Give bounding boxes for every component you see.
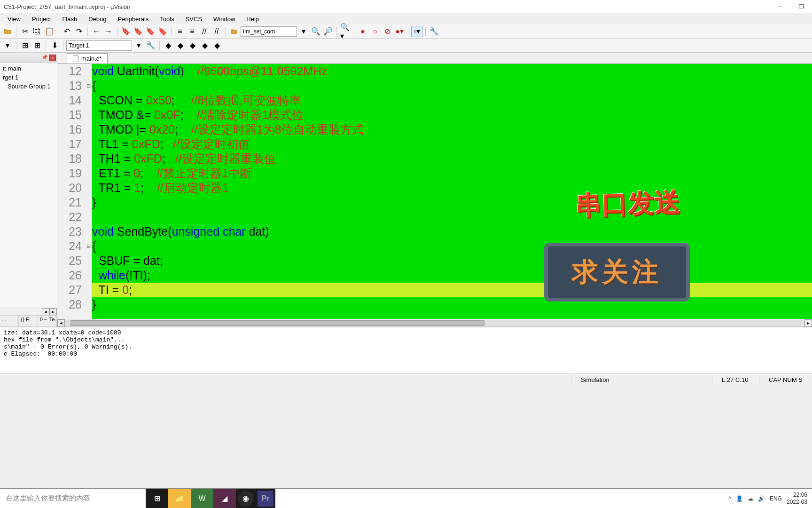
copy-icon[interactable]: ⿻ <box>31 26 43 37</box>
premiere-icon[interactable]: Pr <box>258 491 273 507</box>
overlay-badge: 求关注 <box>544 243 690 302</box>
scroll-track[interactable] <box>65 320 804 326</box>
scroll-right-icon[interactable]: ► <box>804 319 812 327</box>
separator <box>159 41 160 50</box>
code-editor[interactable]: 1213141516171819202122232425262728 ⊟⊟ vo… <box>57 64 812 319</box>
panel-tab-2[interactable]: 0→ Te... <box>38 316 57 326</box>
menu-tools[interactable]: Tools <box>154 15 180 24</box>
tray-clock[interactable]: 22:06 2022-03 <box>787 492 807 505</box>
download-icon[interactable]: ⬇ <box>49 40 60 51</box>
manage3-icon[interactable]: ◆ <box>187 40 198 51</box>
panel-header: 📌 × <box>0 53 57 63</box>
menu-svcs[interactable]: SVCS <box>180 15 208 24</box>
menu-project[interactable]: Project <box>26 15 56 24</box>
tray-up-icon[interactable]: ^ <box>728 495 731 502</box>
breakpoint-kill-icon[interactable]: ⊘ <box>382 26 393 37</box>
tray-ime[interactable]: ENG <box>770 495 782 502</box>
menubar: View Project Flash Debug Peripherals Too… <box>0 13 812 24</box>
panel-hscroll[interactable]: ◄ ► <box>0 308 57 315</box>
separator <box>58 27 58 36</box>
maximize-button[interactable]: ❐ <box>790 0 812 13</box>
tree-group[interactable]: Source Group 1 <box>1 82 56 91</box>
project-tree[interactable]: t: main rget 1 Source Group 1 <box>0 63 57 92</box>
folder-icon[interactable] <box>228 26 240 37</box>
file-tabs: main.c* <box>57 53 812 64</box>
search-combo[interactable] <box>241 26 297 37</box>
undo-icon[interactable]: ↶ <box>61 26 72 37</box>
outdent-icon[interactable]: ≡ <box>187 26 198 37</box>
separator <box>16 41 16 50</box>
windows-search[interactable]: 在这里输入你要搜索的内容 <box>0 489 146 508</box>
menu-window[interactable]: Window <box>208 15 241 24</box>
minimize-button[interactable]: ─ <box>769 0 790 13</box>
task-view-icon[interactable]: ⊞ <box>146 489 168 508</box>
scroll-right-icon[interactable]: ► <box>49 308 57 316</box>
nav-forward-icon[interactable]: → <box>103 26 114 37</box>
cut-icon[interactable]: ✂ <box>19 26 31 37</box>
translate-icon[interactable]: ⊞ <box>19 40 31 51</box>
manage5-icon[interactable]: ◆ <box>211 40 223 51</box>
panel-tab-0[interactable]: ... <box>0 316 19 326</box>
uncomment-icon[interactable]: // <box>211 26 222 37</box>
tray-cloud-icon[interactable]: ☁ <box>748 495 753 502</box>
bookmark-clear-icon[interactable]: 🔖 <box>157 26 168 37</box>
scroll-left-icon[interactable]: ◄ <box>42 308 49 316</box>
tray-speaker-icon[interactable]: 🔊 <box>758 495 765 502</box>
bookmark-prev-icon[interactable]: 🔖 <box>145 26 156 37</box>
build-output[interactable]: ize: data=30.1 xdata=0 code=1080 hex fil… <box>0 326 812 373</box>
separator <box>425 27 426 36</box>
find-file-icon[interactable]: 🔎 <box>322 26 334 37</box>
scroll-left-icon[interactable]: ◄ <box>57 319 65 327</box>
menu-flash[interactable]: Flash <box>56 15 83 24</box>
bookmark-next-icon[interactable]: 🔖 <box>133 26 144 37</box>
dropdown-icon[interactable]: ▾ <box>298 26 309 37</box>
build-icon[interactable]: ▾ <box>2 40 13 51</box>
wechat-icon[interactable]: W <box>191 489 213 508</box>
breakpoint-disable-icon[interactable]: ○ <box>369 26 381 37</box>
app-icon[interactable]: ◢ <box>213 489 236 508</box>
build-target-icon[interactable]: ⊞ <box>31 40 43 51</box>
menu-peripherals[interactable]: Peripherals <box>112 15 155 24</box>
manage2-icon[interactable]: ◆ <box>175 40 186 51</box>
scroll-thumb[interactable] <box>70 320 484 326</box>
paste-icon[interactable]: 📋 <box>44 26 55 37</box>
tray-people-icon[interactable]: 👤 <box>736 495 743 502</box>
status-caps: CAP NUM S <box>759 374 812 386</box>
tree-root[interactable]: t: main <box>1 64 56 73</box>
target-select[interactable] <box>66 40 132 51</box>
separator <box>408 27 408 36</box>
manage-icon[interactable]: ◆ <box>163 40 174 51</box>
options-icon[interactable]: 🔧 <box>145 40 156 51</box>
breakpoint-icon[interactable]: ● <box>357 26 368 37</box>
debug-icon[interactable]: 🔍▾ <box>340 26 351 37</box>
breakpoint-all-icon[interactable]: ●▾ <box>394 26 405 37</box>
panel-tab-1[interactable]: {} F... <box>19 316 38 326</box>
target-dropdown-icon[interactable]: ▾ <box>133 40 144 51</box>
menu-help[interactable]: Help <box>241 15 265 24</box>
code-content[interactable]: void UartInit(void) //9600bps@11.0592MHz… <box>92 64 812 319</box>
obs-icon[interactable]: ◉ <box>238 491 254 507</box>
menu-view[interactable]: View <box>2 15 26 24</box>
window-icon[interactable]: ▫▾ <box>411 26 422 37</box>
bookmark-icon[interactable]: 🔖 <box>120 26 132 37</box>
manage4-icon[interactable]: ◆ <box>199 40 211 51</box>
pin-icon[interactable]: 📌 <box>42 55 48 61</box>
indent-icon[interactable]: ≡ <box>174 26 186 37</box>
find-icon[interactable]: 🔍 <box>310 26 321 37</box>
open-icon[interactable] <box>2 26 13 37</box>
nav-back-icon[interactable]: ← <box>91 26 102 37</box>
separator <box>46 41 46 50</box>
fold-column[interactable]: ⊟⊟ <box>86 64 92 319</box>
file-icon <box>73 56 78 62</box>
statusbar: Simulation L:27 C:10 CAP NUM S <box>0 373 812 386</box>
config-icon[interactable]: 🔧 <box>429 26 440 37</box>
separator <box>354 27 354 36</box>
comment-icon[interactable]: // <box>199 26 210 37</box>
file-tab-main[interactable]: main.c* <box>67 53 108 64</box>
menu-debug[interactable]: Debug <box>83 15 112 24</box>
editor-hscroll[interactable]: ◄ ► <box>57 319 812 326</box>
tree-target[interactable]: rget 1 <box>1 73 56 82</box>
close-icon[interactable]: × <box>49 55 56 61</box>
redo-icon[interactable]: ↷ <box>73 26 85 37</box>
explorer-icon[interactable]: 📁 <box>168 489 191 508</box>
